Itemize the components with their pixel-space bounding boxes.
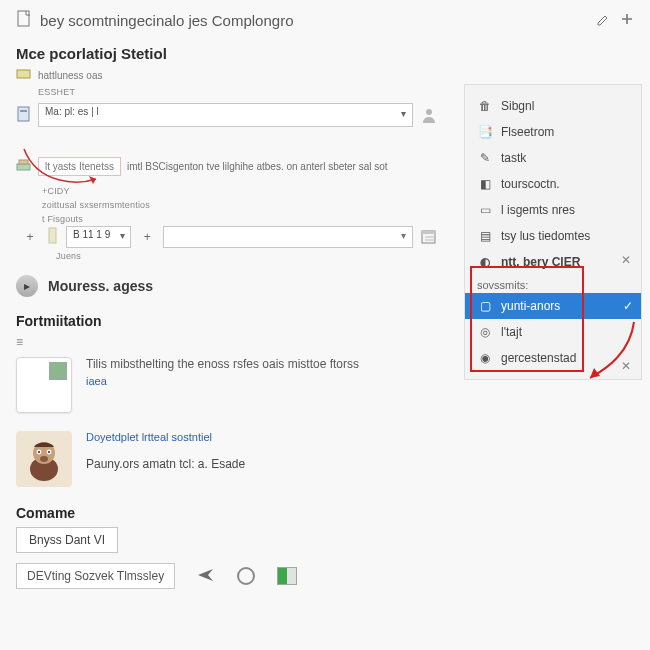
- mou-title: Mouress. agess: [48, 278, 153, 294]
- svg-point-4: [426, 109, 432, 115]
- card-1: Tilis mibsthelting the enoss rsfes oais …: [16, 357, 439, 413]
- grid-icon[interactable]: [277, 567, 297, 585]
- svg-rect-1: [17, 70, 30, 78]
- rows-icon: ▤: [477, 228, 493, 244]
- stack-icon: [16, 158, 32, 175]
- box-icon: [16, 68, 32, 83]
- svg-rect-7: [49, 228, 56, 243]
- calendar-icon[interactable]: [419, 227, 439, 247]
- panel-item-6[interactable]: ◐ntt. bery ClER: [465, 249, 641, 275]
- wide-input[interactable]: ▾: [163, 226, 413, 248]
- card1-text: Tilis mibsthelting the enoss rsfes oais …: [86, 357, 359, 371]
- panel-item-label: ntt. bery ClER: [501, 255, 580, 269]
- side-panel: 🗑Sibgnl 📑Flseetrom ✎tastk ◧tourscoctn. ▭…: [464, 84, 642, 380]
- panel-item-4[interactable]: ▭l isgemts nres: [465, 197, 641, 223]
- combo-main[interactable]: Ma: pl: es | l: [38, 103, 413, 127]
- svg-point-16: [38, 451, 40, 453]
- hint-box: lt yasts Itenetss: [38, 157, 121, 176]
- close-icon-2[interactable]: ✕: [621, 359, 631, 373]
- mou-badge-icon: ▸: [16, 275, 38, 297]
- svg-rect-6: [19, 160, 28, 164]
- check-icon: ✓: [623, 299, 633, 313]
- panel-item-label: Sibgnl: [501, 99, 534, 113]
- panel-item-1[interactable]: 📑Flseetrom: [465, 119, 641, 145]
- main-content: Mce pcorlatioj Stetiol hattluness oas ES…: [0, 45, 455, 589]
- panel-item-label: Flseetrom: [501, 125, 554, 139]
- panel-item-2[interactable]: ✎tastk: [465, 145, 641, 171]
- sq-icon: ▢: [477, 298, 493, 314]
- date-input[interactable]: B 11 1 9: [66, 226, 131, 248]
- doc-icon: [16, 10, 32, 31]
- panel-item-label: gercestenstad: [501, 351, 576, 365]
- section3-title: Comame: [16, 505, 439, 521]
- panel-item-0[interactable]: 🗑Sibgnl: [465, 93, 641, 119]
- card2-text: Pauny.ors amatn tcl: a. Esade: [86, 457, 245, 471]
- split-icon: ◧: [477, 176, 493, 192]
- panel-item-label: tourscoctn.: [501, 177, 560, 191]
- sub-lbl2: zoittusal sxsermsmtentios: [42, 200, 439, 210]
- svg-rect-3: [20, 110, 27, 112]
- panel-sub-1[interactable]: ◎l'tajt: [465, 319, 641, 345]
- sub-lbl3: t Fisgouts: [42, 214, 439, 224]
- add-icon[interactable]: [620, 12, 634, 29]
- send-icon[interactable]: [197, 568, 215, 585]
- svg-point-18: [40, 456, 48, 462]
- svg-rect-0: [18, 11, 29, 26]
- close-icon[interactable]: ✕: [621, 253, 631, 267]
- panel-sub-0[interactable]: ▢yunti-anors✓: [465, 293, 641, 319]
- card2-avatar[interactable]: [16, 431, 72, 487]
- edit-icon[interactable]: [596, 12, 610, 29]
- panel-item-label: l'tajt: [501, 325, 522, 339]
- panel-item-label: tsy lus tiedomtes: [501, 229, 590, 243]
- user-icon[interactable]: [419, 105, 439, 125]
- comm-btn-2[interactable]: DEVting Sozvek Tlmssley: [16, 563, 175, 589]
- card1-link[interactable]: iaea: [86, 375, 359, 387]
- trash-icon: 🗑: [477, 98, 493, 114]
- line1-label: hattluness oas: [38, 70, 103, 81]
- disc-icon: ◎: [477, 324, 493, 340]
- panel-sub-header: sovssmits:: [465, 275, 641, 293]
- svg-rect-2: [18, 107, 29, 121]
- panel-item-label: tastk: [501, 151, 526, 165]
- globe-icon: ◉: [477, 350, 493, 366]
- rect-icon: ▭: [477, 202, 493, 218]
- panel-sub-2[interactable]: ◉gercestenstad: [465, 345, 641, 371]
- panel-item-5[interactable]: ▤tsy lus tiedomtes: [465, 223, 641, 249]
- svg-rect-9: [422, 231, 435, 234]
- comm-btn-1[interactable]: Bnyss Dant VI: [16, 527, 118, 553]
- ruler-icon: [46, 227, 60, 248]
- plus-inline-icon[interactable]: +: [137, 227, 157, 247]
- pen-icon: ✎: [477, 150, 493, 166]
- card-2: Doyetdplet lrtteal sostntiel Pauny.ors a…: [16, 431, 439, 487]
- svg-rect-5: [17, 164, 30, 170]
- hamburger-icon[interactable]: ≡: [16, 335, 23, 349]
- tiny-under: Juens: [56, 251, 439, 261]
- sub-lbl1: +CIDY: [42, 186, 439, 196]
- card-icon: 📑: [477, 124, 493, 140]
- panel-item-label: yunti-anors: [501, 299, 560, 313]
- book-icon: [16, 105, 32, 126]
- panel-item-label: l isgemts nres: [501, 203, 575, 217]
- svg-point-17: [48, 451, 50, 453]
- page-title: bey scomtningecinalo jes Complongro: [40, 12, 293, 29]
- panel-item-3[interactable]: ◧tourscoctn.: [465, 171, 641, 197]
- section1-title: Mce pcorlatioj Stetiol: [16, 45, 439, 62]
- section2-title: Fortmiitation: [16, 313, 439, 329]
- line2-label: ESSHET: [38, 87, 439, 97]
- card1-thumb[interactable]: [16, 357, 72, 413]
- title-bar: bey scomtningecinalo jes Complongro: [0, 0, 650, 37]
- circle-icon[interactable]: [237, 567, 255, 585]
- hint-rest: imtl BSCisgenton tve lilghihe atbes. on …: [127, 161, 388, 172]
- card2-link[interactable]: Doyetdplet lrtteal sostntiel: [86, 431, 245, 443]
- half-circle-icon: ◐: [477, 254, 493, 270]
- plus-left-icon[interactable]: +: [20, 227, 40, 247]
